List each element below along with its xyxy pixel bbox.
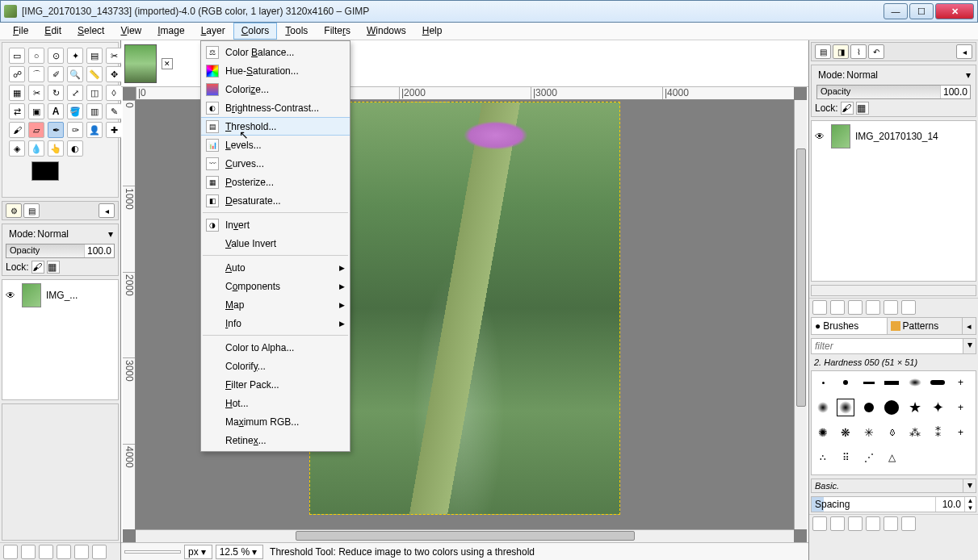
brush-item[interactable]: + bbox=[952, 374, 970, 391]
brush-item[interactable]: + bbox=[952, 399, 970, 416]
dup-button[interactable] bbox=[57, 545, 71, 559]
tool-smudge[interactable]: 👆 bbox=[48, 140, 64, 157]
brush-item[interactable] bbox=[814, 374, 832, 391]
tab-paths[interactable]: ⌇ bbox=[850, 44, 867, 59]
scrollbar-vertical[interactable] bbox=[794, 100, 807, 529]
brush-item[interactable]: ⁑ bbox=[929, 424, 947, 441]
delete-layer-button[interactable] bbox=[901, 300, 916, 315]
brush-item[interactable]: ⁂ bbox=[906, 424, 924, 441]
tool-clone[interactable]: 👤 bbox=[86, 122, 103, 138]
tab-brushes[interactable]: ●Brushes bbox=[812, 318, 888, 334]
brush-item[interactable] bbox=[837, 374, 854, 391]
minimize-button[interactable]: — bbox=[884, 3, 908, 19]
mode-value[interactable]: Normal bbox=[846, 69, 966, 81]
unit-selector[interactable]: px▾ bbox=[184, 545, 212, 559]
dock-menu-button[interactable]: ◂ bbox=[963, 318, 976, 334]
mi-colorize[interactable]: Colorize... bbox=[201, 80, 350, 98]
tool-bucket[interactable]: 🪣 bbox=[67, 103, 83, 119]
tool-color-picker[interactable]: ✐ bbox=[48, 66, 64, 82]
tool-align[interactable]: ▦ bbox=[9, 85, 25, 101]
lock-alpha-icon[interactable]: ▦ bbox=[856, 102, 869, 115]
spacing-field[interactable]: Spacing10.0▲▼ bbox=[811, 496, 976, 512]
tool-paths[interactable]: ⌒ bbox=[28, 66, 44, 82]
mi-color-to-alpha[interactable]: Color to Alpha... bbox=[201, 338, 350, 357]
tab-channels[interactable]: ◨ bbox=[833, 44, 849, 59]
mi-brightness-contrast[interactable]: ◐Brightness-Contrast... bbox=[201, 98, 350, 117]
tool-ink[interactable]: ✑ bbox=[67, 122, 83, 138]
lock-alpha-icon[interactable]: ▦ bbox=[47, 261, 60, 274]
lock-pixels-icon[interactable]: 🖌 bbox=[31, 261, 44, 274]
menu-file[interactable]: File bbox=[5, 23, 36, 40]
mi-info[interactable]: Info▶ bbox=[201, 314, 350, 332]
brush-item-selected[interactable] bbox=[837, 399, 854, 416]
mode-dropdown-icon[interactable]: ▾ bbox=[108, 228, 113, 240]
mi-components[interactable]: Components▶ bbox=[201, 277, 350, 295]
right-scrollbar[interactable] bbox=[811, 285, 976, 296]
raise-button[interactable] bbox=[21, 545, 36, 559]
dock-menu-button[interactable]: ◂ bbox=[99, 203, 115, 218]
tool-scissors[interactable]: ✂ bbox=[106, 48, 122, 64]
mi-value-invert[interactable]: Value Invert bbox=[201, 234, 350, 253]
maximize-button[interactable]: ☐ bbox=[909, 3, 934, 19]
brush-item[interactable]: △ bbox=[883, 449, 900, 466]
visibility-icon[interactable]: 👁 bbox=[6, 290, 17, 301]
tool-ellipse-select[interactable]: ○ bbox=[28, 48, 44, 64]
tool-text[interactable]: A bbox=[48, 103, 64, 119]
tool-rect-select[interactable]: ▭ bbox=[9, 48, 25, 64]
lower-button[interactable] bbox=[39, 545, 53, 559]
mi-hue-saturation[interactable]: Hue-Saturation... bbox=[201, 61, 350, 80]
close-button[interactable]: ✕ bbox=[935, 3, 974, 19]
menu-tools[interactable]: Tools bbox=[277, 23, 316, 40]
mi-curves[interactable]: 〰Curves... bbox=[201, 154, 350, 173]
menu-windows[interactable]: Windows bbox=[359, 23, 414, 40]
tool-eraser[interactable]: ▱ bbox=[28, 122, 44, 138]
mi-map[interactable]: Map▶ bbox=[201, 295, 350, 314]
mode-dropdown-icon[interactable]: ▾ bbox=[966, 69, 971, 81]
mi-desaturate[interactable]: ◧Desaturate... bbox=[201, 191, 350, 210]
mode-value[interactable]: Normal bbox=[37, 228, 108, 240]
tool-paintbrush[interactable]: 🖌 bbox=[9, 122, 25, 138]
new-layer-button[interactable] bbox=[3, 545, 18, 559]
tool-shear[interactable]: ◫ bbox=[86, 85, 103, 101]
mi-levels[interactable]: 📊Levels... bbox=[201, 136, 350, 154]
brush-filter[interactable]: ▾ bbox=[811, 338, 976, 354]
delete-brush-button[interactable] bbox=[866, 516, 880, 531]
brush-item[interactable]: ❋ bbox=[837, 424, 854, 441]
mi-invert[interactable]: ◑Invert bbox=[201, 215, 350, 234]
mi-retinex[interactable]: Retinex... bbox=[201, 431, 350, 449]
brush-item[interactable]: ✳ bbox=[860, 424, 878, 441]
tool-by-color[interactable]: ▤ bbox=[86, 48, 103, 64]
visibility-icon[interactable]: 👁 bbox=[815, 131, 826, 142]
brush-item[interactable] bbox=[860, 374, 878, 391]
brush-item[interactable] bbox=[929, 374, 947, 391]
tool-cage[interactable]: ▣ bbox=[28, 103, 44, 119]
tool-free-select[interactable]: ⊙ bbox=[48, 48, 64, 64]
tool-flip[interactable]: ⇄ bbox=[9, 103, 25, 119]
tool-scale[interactable]: ⤢ bbox=[67, 85, 83, 101]
tool-blend[interactable]: ▥ bbox=[86, 103, 103, 119]
tool-perspective-clone[interactable]: ◈ bbox=[9, 140, 25, 157]
filter-input[interactable] bbox=[812, 339, 963, 353]
brush-item[interactable]: + bbox=[952, 424, 970, 441]
mi-auto[interactable]: Auto▶ bbox=[201, 258, 350, 277]
menu-colors[interactable]: Colors bbox=[233, 23, 278, 40]
brush-item[interactable] bbox=[906, 374, 924, 391]
brush-item[interactable] bbox=[814, 399, 832, 416]
menu-select[interactable]: Select bbox=[69, 23, 112, 40]
raise-button[interactable] bbox=[830, 300, 845, 315]
menu-image[interactable]: Image bbox=[149, 23, 192, 40]
menu-edit[interactable]: Edit bbox=[36, 23, 69, 40]
new-layer-button[interactable] bbox=[812, 300, 827, 315]
menu-help[interactable]: Help bbox=[414, 23, 451, 40]
opacity-field[interactable]: Opacity100.0 bbox=[6, 244, 115, 258]
tool-heal[interactable]: ✚ bbox=[106, 122, 122, 138]
new-brush-button[interactable] bbox=[830, 516, 845, 531]
mi-maximum-rgb[interactable]: Maximum RGB... bbox=[201, 412, 350, 431]
tab-layers[interactable]: ▤ bbox=[815, 44, 831, 59]
brush-preset-selector[interactable]: Basic.▾ bbox=[811, 479, 976, 493]
lock-pixels-icon[interactable]: 🖌 bbox=[841, 102, 854, 115]
open-as-image-button[interactable] bbox=[901, 516, 916, 531]
brush-item[interactable]: ✦ bbox=[929, 399, 947, 416]
mi-color-balance[interactable]: ⚖Color Balance... bbox=[201, 43, 350, 61]
menu-layer[interactable]: Layer bbox=[193, 23, 233, 40]
